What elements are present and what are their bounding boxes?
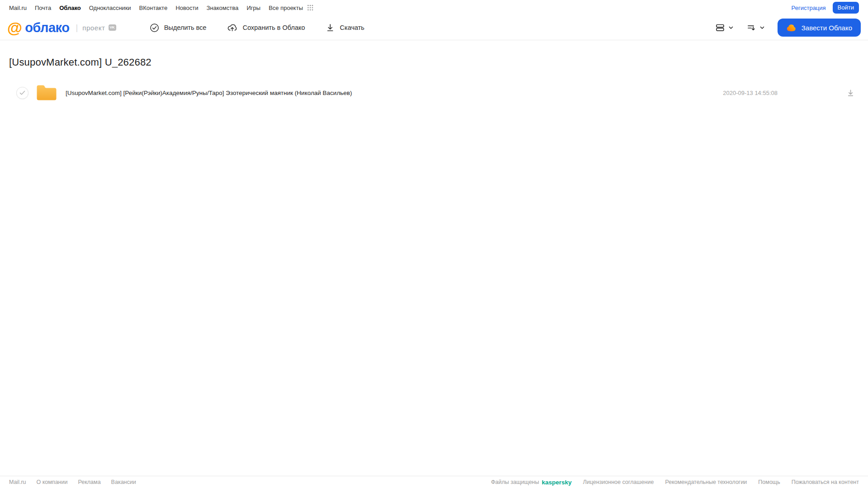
cloud-blob-icon [786, 23, 797, 33]
create-cloud-button[interactable]: Завести Облако [778, 19, 861, 37]
footer-link[interactable]: Вакансии [111, 479, 136, 485]
share-page-content: [UsupovMarket.com] U_262682 [UsupovMarke… [0, 40, 868, 476]
file-toolbar: Выделить все Сохранить в Облако Скачать [150, 23, 365, 33]
footer-right-links: Лицензионное соглашениеРекомендательные … [583, 479, 859, 485]
topnav-link[interactable]: Облако [59, 5, 81, 11]
save-to-cloud-button[interactable]: Сохранить в Облако [227, 23, 305, 33]
file-name[interactable]: [UsupovMarket.com] [Рейки(Рэйки)Академия… [66, 90, 352, 96]
topnav-link[interactable]: Все проекты [269, 5, 303, 11]
page-footer: Mail.ruО компанииРекламаВакансии Файлы з… [0, 476, 868, 488]
page-title: [UsupovMarket.com] U_262682 [9, 57, 868, 68]
cloud-header: @ облако | проект VK Выделить все Сохра [0, 15, 868, 40]
topnav-link[interactable]: Одноклассники [89, 5, 131, 11]
footer-link[interactable]: Помощь [758, 479, 780, 485]
topnav-links: Mail.ruПочтаОблакоОдноклассникиВКонтакте… [9, 5, 303, 11]
kaspersky-logo[interactable]: kaspersky [542, 479, 572, 486]
check-icon [19, 90, 25, 95]
file-row[interactable]: [UsupovMarket.com] [Рейки(Рэйки)Академия… [0, 82, 868, 104]
select-all-label: Выделить все [164, 24, 207, 31]
row-download-icon[interactable] [846, 89, 855, 97]
row-checkbox[interactable] [16, 87, 28, 99]
file-date: 2020-09-13 14:55:08 [723, 90, 778, 96]
download-button[interactable]: Скачать [326, 23, 364, 32]
topnav-link[interactable]: Новости [175, 5, 198, 11]
select-all-button[interactable]: Выделить все [150, 23, 207, 33]
kaspersky-protection: Файлы защищены kaspersky [491, 479, 572, 486]
sort-control[interactable] [746, 23, 765, 33]
footer-right: Файлы защищены kaspersky Лицензионное со… [491, 479, 859, 486]
chevron-down-icon [728, 25, 734, 30]
project-label-text: проект [82, 24, 105, 32]
sort-icon [746, 23, 756, 33]
topnav-link[interactable]: Mail.ru [9, 5, 27, 11]
list-view-icon [715, 23, 725, 33]
check-circle-icon [150, 23, 159, 33]
registration-link[interactable]: Регистрация [792, 5, 826, 11]
cloud-upload-icon [227, 23, 237, 33]
topnav-link[interactable]: Игры [247, 5, 261, 11]
header-right-controls: Завести Облако [715, 19, 861, 37]
topnav-link[interactable]: ВКонтакте [139, 5, 168, 11]
protected-label: Файлы защищены [491, 479, 539, 485]
footer-link[interactable]: Реклама [78, 479, 100, 485]
all-projects-grid-icon[interactable] [307, 5, 313, 11]
create-cloud-label: Завести Облако [802, 24, 852, 32]
cloud-logo-text: облако [25, 20, 69, 35]
project-label: проект VK [82, 24, 116, 32]
topnav-auth: Регистрация Войти [792, 2, 859, 14]
download-label: Скачать [340, 24, 364, 31]
save-to-cloud-label: Сохранить в Облако [242, 24, 305, 31]
chevron-down-icon [759, 25, 765, 30]
footer-link[interactable]: Рекомендательные технологии [665, 479, 747, 485]
portal-topnav: Mail.ruПочтаОблакоОдноклассникиВКонтакте… [0, 0, 868, 15]
mailru-at-icon: @ [7, 21, 22, 35]
folder-icon [36, 84, 57, 101]
logo-divider: | [76, 23, 78, 33]
cloud-logo[interactable]: @ облако | проект VK [7, 20, 116, 35]
footer-link[interactable]: Пожаловаться на контент [792, 479, 859, 485]
view-mode-control[interactable] [715, 23, 734, 33]
footer-left-links: Mail.ruО компанииРекламаВакансии [9, 479, 136, 485]
login-button[interactable]: Войти [833, 2, 859, 14]
topnav-link[interactable]: Знакомства [206, 5, 238, 11]
vk-badge-icon: VK [109, 24, 116, 31]
download-icon [326, 23, 335, 32]
footer-link[interactable]: Лицензионное соглашение [583, 479, 654, 485]
footer-link[interactable]: О компании [37, 479, 68, 485]
footer-link[interactable]: Mail.ru [9, 479, 26, 485]
topnav-link[interactable]: Почта [35, 5, 51, 11]
